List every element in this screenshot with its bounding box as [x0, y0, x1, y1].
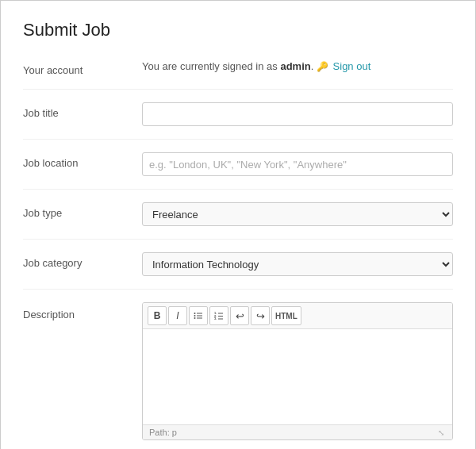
editor-footer: Path: p ⤡ — [143, 424, 452, 439]
resize-handle[interactable]: ⤡ — [438, 428, 446, 436]
job-title-wrap — [142, 102, 453, 126]
editor-toolbar: B I 1. — [143, 303, 452, 329]
ol-icon: 1. 2. 3. — [214, 311, 224, 320]
job-category-wrap: Information Technology Design Marketing … — [142, 252, 453, 276]
redo-button[interactable]: ↪ — [251, 306, 270, 325]
job-type-row: Job type Freelance Full Time Part Time C… — [23, 202, 453, 240]
account-text: You are currently signed in as admin. 🔑 … — [142, 56, 370, 72]
job-category-label: Job category — [23, 252, 142, 269]
job-location-wrap — [142, 152, 453, 176]
ordered-list-button[interactable]: 1. 2. 3. — [209, 306, 228, 325]
editor-content[interactable] — [143, 329, 452, 424]
description-label: Description — [23, 302, 142, 320]
svg-rect-7 — [218, 313, 223, 314]
svg-point-4 — [194, 317, 196, 319]
svg-rect-5 — [197, 318, 202, 319]
key-icon: 🔑 — [317, 61, 328, 72]
page-container: Submit Job Your account You are currentl… — [0, 0, 476, 449]
job-type-select[interactable]: Freelance Full Time Part Time Contract T… — [142, 202, 453, 226]
job-title-label: Job title — [23, 102, 142, 119]
svg-point-2 — [194, 315, 196, 317]
sign-out-link[interactable]: Sign out — [333, 60, 371, 72]
job-type-label: Job type — [23, 202, 142, 219]
account-label: Your account — [23, 59, 142, 76]
html-button[interactable]: HTML — [271, 306, 301, 325]
account-post: . — [311, 60, 314, 72]
description-editor: B I 1. — [142, 302, 453, 440]
svg-rect-1 — [197, 313, 202, 314]
job-title-row: Job title — [23, 102, 453, 140]
unordered-list-button[interactable] — [189, 306, 208, 325]
job-category-row: Job category Information Technology Desi… — [23, 252, 453, 290]
job-type-wrap: Freelance Full Time Part Time Contract T… — [142, 202, 453, 226]
svg-rect-9 — [218, 316, 223, 317]
svg-text:3.: 3. — [214, 317, 217, 320]
italic-button[interactable]: I — [168, 306, 187, 325]
editor-path: Path: p — [149, 428, 177, 437]
job-location-row: Job location — [23, 152, 453, 190]
job-category-select[interactable]: Information Technology Design Marketing … — [142, 252, 453, 276]
bold-button[interactable]: B — [148, 306, 167, 325]
account-username: admin — [280, 60, 310, 72]
job-location-label: Job location — [23, 152, 142, 169]
account-row: Your account You are currently signed in… — [23, 59, 453, 90]
job-location-input[interactable] — [142, 152, 453, 176]
job-title-input[interactable] — [142, 102, 453, 126]
account-pre: You are currently signed in as — [142, 60, 280, 72]
svg-rect-3 — [197, 316, 202, 317]
undo-button[interactable]: ↩ — [230, 306, 249, 325]
svg-point-0 — [194, 313, 196, 314]
svg-rect-11 — [218, 319, 223, 320]
description-wrap: B I 1. — [142, 302, 453, 440]
account-info: You are currently signed in as admin. 🔑 … — [142, 59, 453, 72]
ul-icon — [194, 311, 203, 320]
description-row: Description B I — [23, 302, 453, 449]
page-title: Submit Job — [23, 20, 453, 40]
